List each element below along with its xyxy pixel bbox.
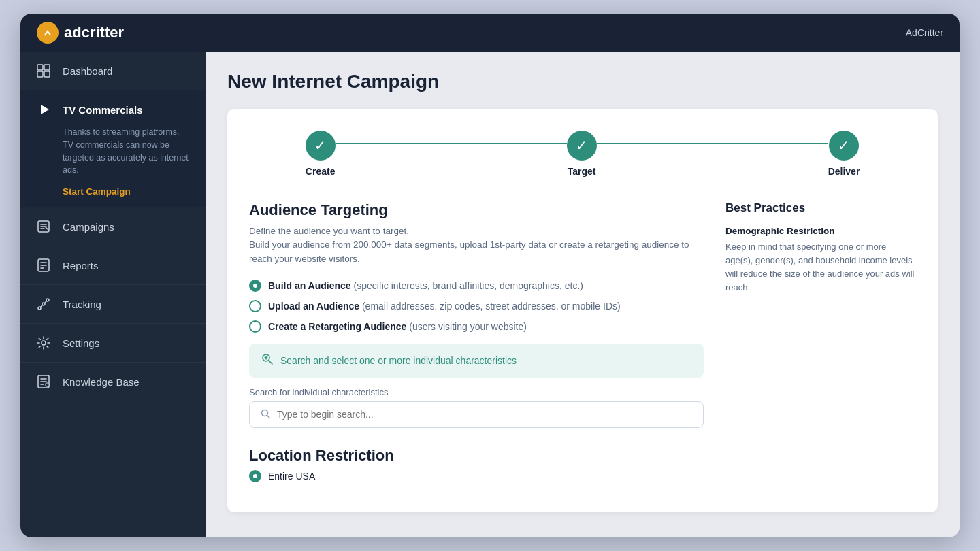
step-target-label: Target <box>568 166 596 177</box>
reports-icon <box>34 256 53 275</box>
campaign-card: ✓ Create ✓ Target ✓ Deliver <box>227 109 938 512</box>
sidebar-label-dashboard: Dashboard <box>63 65 112 77</box>
knowledge-base-icon <box>34 372 53 391</box>
radio-upload-dot <box>249 300 261 312</box>
step-create: ✓ Create <box>306 131 336 177</box>
search-input[interactable] <box>277 409 692 420</box>
svg-point-11 <box>46 299 49 301</box>
svg-rect-4 <box>37 71 43 77</box>
radio-build-dot <box>249 280 261 292</box>
step-line-1 <box>336 143 567 144</box>
radio-build-label: Build an Audience (specific interests, b… <box>268 280 583 291</box>
step-target-circle: ✓ <box>567 131 597 161</box>
sidebar-item-tv-commercials[interactable]: TV Commercials Thanks to streaming platf… <box>20 90 206 207</box>
audience-targeting-desc: Define the audience you want to target. … <box>249 224 704 266</box>
start-campaign-button[interactable]: Start Campaign <box>63 186 131 197</box>
radio-retargeting-dot <box>249 320 261 333</box>
tv-commercials-header: TV Commercials <box>34 100 192 119</box>
topbar: adcritter AdCritter <box>20 14 960 52</box>
two-col-layout: Audience Targeting Define the audience y… <box>249 201 916 490</box>
sidebar-label-campaigns: Campaigns <box>63 221 114 233</box>
stepper: ✓ Create ✓ Target ✓ Deliver <box>249 131 916 177</box>
logo-icon <box>37 22 59 44</box>
sidebar-item-tracking[interactable]: Tracking <box>20 285 206 324</box>
desc-line1: Define the audience you want to target. <box>249 226 409 236</box>
radio-build-audience[interactable]: Build an Audience (specific interests, b… <box>249 280 704 292</box>
settings-icon <box>34 333 53 352</box>
sidebar-item-knowledge-base[interactable]: Knowledge Base <box>20 363 206 401</box>
step-deliver: ✓ Deliver <box>828 131 860 177</box>
sidebar-item-dashboard[interactable]: Dashboard <box>20 52 206 90</box>
radio-upload-label: Upload an Audience (email addresses, zip… <box>268 301 621 312</box>
tv-commercials-description: Thanks to streaming platforms, TV commer… <box>63 126 192 177</box>
sidebar-item-reports[interactable]: Reports <box>20 246 206 285</box>
sidebar-label-settings: Settings <box>63 337 99 349</box>
radio-entire-usa[interactable]: Entire USA <box>249 470 704 482</box>
step-deliver-circle: ✓ <box>829 131 859 161</box>
svg-point-12 <box>42 341 46 345</box>
svg-marker-6 <box>41 105 49 114</box>
sidebar-label-knowledge-base: Knowledge Base <box>63 376 140 388</box>
tv-play-icon <box>34 100 53 119</box>
svg-rect-2 <box>37 65 43 70</box>
svg-point-10 <box>42 303 45 305</box>
svg-rect-5 <box>44 71 50 77</box>
desc-line2: Build your audience from 200,000+ data s… <box>249 239 689 263</box>
step-create-label: Create <box>306 166 336 177</box>
best-practices-title: Best Practices <box>725 201 916 215</box>
logo: adcritter <box>37 22 124 44</box>
radio-entire-usa-label: Entire USA <box>268 471 315 482</box>
location-title: Location Restriction <box>249 447 704 465</box>
bp-item-0-title: Demographic Restriction <box>725 226 916 236</box>
search-banner-text: Search and select one or more individual… <box>280 355 517 366</box>
step-deliver-label: Deliver <box>828 166 860 177</box>
step-line-2 <box>597 143 828 144</box>
svg-point-1 <box>47 31 49 33</box>
search-banner-icon <box>261 353 274 368</box>
step-target: ✓ Target <box>567 131 597 177</box>
search-label: Search for individual characteristics <box>249 387 704 397</box>
logo-text: adcritter <box>64 24 124 41</box>
sidebar-item-campaigns[interactable]: Campaigns <box>20 207 206 246</box>
left-column: Audience Targeting Define the audience y… <box>249 201 704 490</box>
sidebar-item-settings[interactable]: Settings <box>20 324 206 363</box>
radio-entire-usa-dot <box>249 470 261 482</box>
tv-commercials-label: TV Commercials <box>63 104 143 116</box>
step-create-circle: ✓ <box>306 131 336 161</box>
app-window: adcritter AdCritter Dashboard <box>20 14 960 537</box>
search-banner: Search and select one or more individual… <box>249 344 704 378</box>
search-input-wrap[interactable] <box>249 401 704 428</box>
bp-item-0-desc: Keep in mind that specifying one or more… <box>725 240 916 295</box>
main-layout: Dashboard TV Commercials Thanks to strea… <box>20 52 960 537</box>
content-area: New Internet Campaign ✓ Create ✓ Target <box>206 52 960 537</box>
radio-upload-audience[interactable]: Upload an Audience (email addresses, zip… <box>249 300 704 312</box>
sidebar-label-tracking: Tracking <box>63 299 101 310</box>
sidebar: Dashboard TV Commercials Thanks to strea… <box>20 52 206 537</box>
svg-point-9 <box>38 307 41 310</box>
radio-retargeting-audience[interactable]: Create a Retargeting Audience (users vis… <box>249 320 704 333</box>
campaigns-icon <box>34 217 53 236</box>
search-icon <box>261 409 270 420</box>
best-practices-panel: Best Practices Demographic Restriction K… <box>725 201 916 490</box>
radio-retargeting-label: Create a Retargeting Audience (users vis… <box>268 321 527 332</box>
svg-rect-3 <box>44 65 50 70</box>
topbar-brand-name: AdCritter <box>906 27 943 38</box>
page-title: New Internet Campaign <box>227 71 938 93</box>
audience-targeting-title: Audience Targeting <box>249 201 704 219</box>
bp-item-0: Demographic Restriction Keep in mind tha… <box>725 226 916 295</box>
tracking-icon <box>34 295 53 314</box>
dashboard-icon <box>34 61 53 80</box>
svg-rect-14 <box>46 383 49 386</box>
sidebar-label-reports: Reports <box>63 260 99 271</box>
